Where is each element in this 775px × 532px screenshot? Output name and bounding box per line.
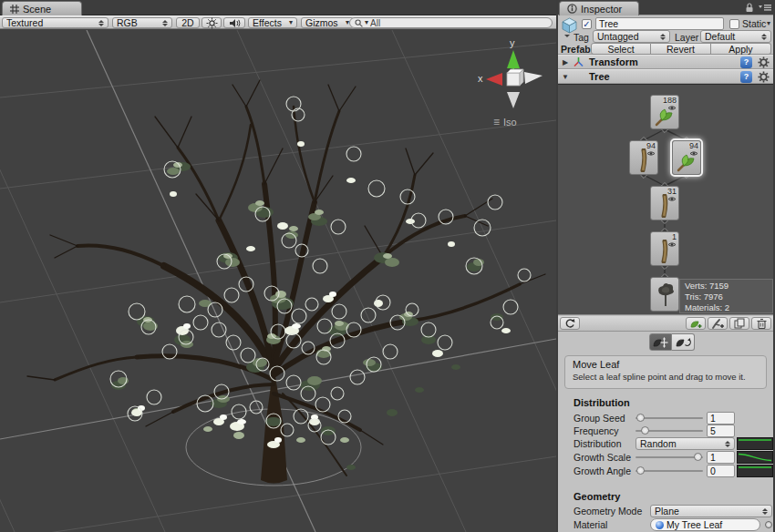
growth-angle-slider[interactable] — [636, 470, 703, 472]
growth-angle-curve-preview[interactable] — [737, 465, 773, 477]
tag-label: Tag — [574, 32, 589, 43]
frequency-slider[interactable] — [636, 430, 703, 432]
color-channel-dropdown[interactable]: RGB — [112, 17, 172, 28]
geometry-mode-dropdown[interactable]: Plane — [650, 505, 772, 517]
add-leaf-group-button[interactable] — [686, 317, 706, 330]
lighting-toggle-button[interactable] — [202, 17, 222, 28]
growth-scale-slider[interactable] — [636, 456, 703, 458]
transform-component-header[interactable]: ▶ Transform ? — [558, 55, 773, 69]
audio-toggle-button[interactable] — [223, 17, 245, 28]
gizmo-y-label[interactable]: y — [510, 37, 515, 48]
add-branch-icon — [711, 318, 725, 329]
scene-grid-icon — [10, 5, 19, 14]
orientation-gizmo-axes — [477, 39, 555, 121]
material-object-picker[interactable] — [765, 521, 772, 528]
lock-icon[interactable] — [745, 2, 754, 13]
gear-icon[interactable] — [758, 56, 770, 68]
search-icon — [355, 19, 363, 27]
group-seed-slider[interactable] — [636, 417, 703, 419]
tree-node-branch-group[interactable]: 31 — [650, 186, 679, 220]
leaf-node-icon — [653, 107, 675, 127]
iso-menu-icon: ≡ — [493, 116, 500, 128]
gizmo-x-label[interactable]: x — [478, 73, 483, 84]
material-label: Material — [574, 519, 607, 530]
growth-scale-curve-preview[interactable] — [737, 451, 773, 464]
growth-angle-row: Growth Angle 0 — [558, 465, 773, 477]
projection-toggle[interactable]: ≡ Iso — [493, 116, 517, 128]
group-seed-value-field[interactable]: 1 — [707, 412, 735, 425]
static-label: Static — [742, 18, 766, 29]
scene-tabstrip: Scene — [0, 0, 556, 15]
scene-search-input[interactable]: ▾ All — [349, 17, 553, 28]
updown-arrows-icon — [162, 20, 168, 26]
transform-axes-icon — [573, 56, 584, 67]
growth-scale-value-field[interactable]: 1 — [707, 451, 735, 464]
scene-toolbar: Textured RGB 2D — [0, 15, 556, 29]
growth-angle-label: Growth Angle — [574, 466, 631, 476]
duplicate-node-button[interactable] — [729, 317, 749, 330]
scene-viewport[interactable]: y x ≡ Iso — [0, 30, 556, 532]
help-icon[interactable]: ? — [740, 71, 752, 83]
name-field[interactable]: Tree — [595, 17, 724, 30]
material-sphere-icon — [656, 521, 664, 529]
branch-node-icon — [653, 194, 675, 218]
gizmos-dropdown[interactable]: Gizmos ▾ — [301, 17, 354, 28]
effects-dropdown[interactable]: Effects ▾ — [248, 17, 297, 28]
help-icon[interactable]: ? — [740, 56, 752, 68]
tree-editor-toolbar — [558, 316, 773, 332]
move-leaf-tool-button[interactable] — [649, 333, 672, 351]
rotate-leaf-icon — [676, 336, 691, 348]
tab-inspector[interactable]: Inspector — [559, 1, 639, 15]
refresh-button[interactable] — [560, 317, 580, 330]
tree-node-trunk-group[interactable]: 1 — [650, 231, 679, 266]
fold-arrow-icon[interactable]: ▼ — [558, 73, 573, 81]
tag-dropdown[interactable]: Untagged — [593, 30, 670, 43]
tree-hierarchy-canvas[interactable]: 188 94 — [558, 84, 773, 315]
mesh-stats-box: Verts: 7159 Tris: 7976 Materials: 2 — [679, 279, 773, 313]
help-title: Move Leaf — [573, 359, 759, 370]
sun-icon — [206, 17, 218, 29]
layer-dropdown[interactable]: Default — [700, 30, 771, 43]
active-checkbox[interactable]: ✓ — [582, 19, 592, 29]
trunk-node-icon — [653, 240, 675, 263]
tree-node-leaf-group-selected[interactable]: 94 — [672, 140, 701, 175]
distribution-curve-preview[interactable] — [737, 437, 773, 450]
unity-editor-window: Scene Textured RGB 2D — [0, 0, 775, 532]
tab-scene[interactable]: Scene — [2, 1, 82, 15]
context-menu-icon[interactable] — [759, 3, 771, 12]
2d-toggle-button[interactable]: 2D — [176, 17, 200, 28]
tree-node-leaf-group[interactable]: 188 — [650, 95, 679, 129]
prefab-select-button[interactable]: Select — [591, 43, 651, 55]
refresh-icon — [564, 318, 575, 329]
draw-mode-dropdown[interactable]: Textured — [2, 17, 108, 28]
prefab-label: Prefab — [561, 44, 591, 55]
help-body: Select a leaf spline point and drag to m… — [573, 372, 759, 382]
fold-arrow-icon[interactable]: ▶ — [558, 58, 573, 66]
static-flags-caret-icon[interactable]: ▾ — [767, 20, 770, 27]
prefab-apply-button[interactable]: Apply — [711, 43, 771, 55]
frequency-row: Frequency 5 — [558, 425, 773, 437]
duplicate-icon — [734, 318, 745, 329]
geometry-mode-label: Geometry Mode — [574, 506, 642, 517]
material-object-field[interactable]: My Tree Leaf — [650, 518, 760, 531]
distribution-row: Distribution Random — [558, 437, 773, 450]
orientation-gizmo[interactable]: y x ≡ Iso — [477, 39, 555, 141]
geometry-section-title: Geometry — [574, 491, 620, 502]
tree-component-header[interactable]: ▼ Tree ? — [558, 69, 773, 84]
add-branch-group-button[interactable] — [708, 317, 728, 330]
tree-node-branch-group[interactable]: 94 — [629, 140, 658, 175]
frequency-value-field[interactable]: 5 — [707, 425, 735, 437]
distribution-dropdown[interactable]: Random — [636, 437, 735, 450]
tree-node-root[interactable] — [650, 277, 679, 312]
prefab-revert-button[interactable]: Revert — [651, 43, 711, 55]
delete-node-button[interactable] — [751, 317, 771, 330]
gear-icon[interactable] — [758, 71, 770, 83]
rotate-leaf-tool-button[interactable] — [672, 333, 695, 351]
caret-down-icon: ▾ — [289, 19, 293, 26]
search-value: All — [370, 18, 380, 28]
updown-arrows-icon — [761, 34, 767, 40]
updown-arrows-icon — [762, 508, 768, 515]
gameobject-header: ✓ Tree Static ▾ Tag Untagged Layer Defau… — [558, 15, 773, 55]
growth-angle-value-field[interactable]: 0 — [707, 465, 735, 477]
static-checkbox[interactable] — [729, 19, 739, 29]
